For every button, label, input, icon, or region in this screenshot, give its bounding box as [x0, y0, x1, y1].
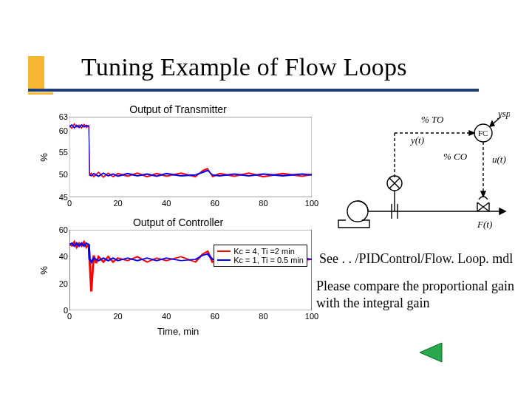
label-co: % CO: [443, 151, 468, 162]
chart-controller: Output of Controller % 60 40 20 0 Kc = 4…: [41, 216, 315, 324]
svg-rect-1: [69, 230, 312, 310]
legend-swatch-b: [217, 259, 231, 261]
back-button[interactable]: [417, 341, 443, 364]
x-ticks: 0 20 40 60 80 100: [69, 312, 312, 324]
triangle-left-icon: [417, 341, 443, 364]
y-ticks: 60 40 20 0: [52, 230, 68, 310]
svg-marker-13: [481, 191, 485, 197]
chart-title: Output of Transmitter: [41, 103, 315, 115]
plot-area: [69, 117, 312, 197]
note-file-path: See . . /PIDControl/Flow. Loop. mdl: [319, 251, 513, 267]
label-y: y(t): [409, 134, 424, 146]
legend: Kc = 4, Ti =2 min Kc = 1, Ti = 0.5 min: [214, 245, 307, 267]
page-title: Tuning Example of Flow Loops: [81, 53, 407, 81]
label-to: % TO: [421, 114, 444, 125]
legend-label: Kc = 4, Ti =2 min: [233, 247, 295, 256]
plot-area: Kc = 4, Ti =2 min Kc = 1, Ti = 0.5 min: [69, 230, 312, 310]
y-axis-label: %: [38, 153, 50, 162]
svg-marker-18: [499, 208, 505, 214]
svg-marker-4: [490, 121, 494, 126]
flow-loop-diagram: % TO ysp(t) y(t) % CO u(t) F(t) FC: [325, 109, 510, 235]
y-ticks: 63 60 55 50 45: [52, 117, 68, 197]
label-ysp: ysp(t): [497, 109, 510, 119]
x-axis-label: Time, min: [41, 326, 315, 337]
label-u: u(t): [492, 154, 506, 165]
accent-block: [28, 56, 44, 89]
label-F: F(t): [477, 219, 492, 230]
chart-transmitter: Output of Transmitter % 63 60 55 50 45 0…: [41, 103, 315, 211]
svg-rect-0: [69, 117, 312, 197]
title-underline-accent: [28, 92, 53, 95]
title-underline: [28, 89, 479, 92]
y-axis-label: %: [38, 266, 50, 275]
legend-label: Kc = 1, Ti = 0.5 min: [233, 256, 304, 265]
svg-marker-19: [420, 343, 442, 362]
chart-title: Output of Controller: [41, 216, 315, 228]
label-fc: FC: [478, 129, 488, 137]
x-ticks: 0 20 40 60 80 100: [69, 199, 312, 211]
legend-swatch-a: [217, 250, 231, 252]
note-compare: Please compare the proportional gain wit…: [316, 278, 516, 311]
svg-marker-6: [469, 131, 474, 135]
